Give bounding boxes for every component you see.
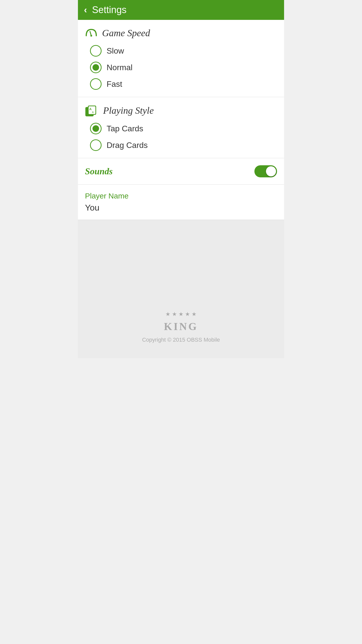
playing-style-title: Playing Style [103,105,154,116]
style-tap-label: Tap Cards [107,124,143,133]
game-speed-icon [85,27,98,39]
player-name-section: Player Name You [78,185,284,220]
speed-normal[interactable]: Normal [90,62,277,73]
footer-logo: ★★★★★ KING Copyright © 2015 OBSS Mobile [142,311,220,343]
playing-style-icon: A A [85,104,99,117]
game-speed-header: Game Speed [85,27,277,39]
speed-fast-radio[interactable] [90,78,102,90]
footer-copyright: Copyright © 2015 OBSS Mobile [142,337,220,343]
footer-area: ★★★★★ KING Copyright © 2015 OBSS Mobile [78,220,284,358]
page-title: Settings [92,5,126,15]
style-tap-radio[interactable] [90,123,102,134]
playing-style-header: A A Playing Style [85,104,277,117]
toggle-track [254,165,277,177]
speed-normal-label: Normal [107,63,132,72]
app-header: ‹ Settings [78,0,284,20]
player-name-label: Player Name [85,192,277,200]
speed-normal-radio[interactable] [90,62,102,73]
playing-style-options: Tap Cards Drag Cards [85,123,277,151]
game-speed-options: Slow Normal Fast [85,45,277,90]
footer-stars: ★★★★★ [165,311,197,317]
toggle-thumb [266,166,276,176]
speed-slow[interactable]: Slow [90,45,277,57]
playing-style-section: A A Playing Style Tap Cards Drag Cards [78,97,284,158]
sounds-label: Sounds [85,166,113,177]
sounds-toggle[interactable] [254,165,277,177]
style-tap[interactable]: Tap Cards [90,123,277,134]
player-name-value[interactable]: You [85,203,277,213]
style-drag[interactable]: Drag Cards [90,139,277,151]
speed-fast-label: Fast [107,79,122,89]
speed-fast[interactable]: Fast [90,78,277,90]
svg-point-0 [90,35,92,37]
game-speed-title: Game Speed [102,27,150,38]
game-speed-section: Game Speed Slow Normal Fast [78,20,284,97]
style-drag-label: Drag Cards [107,141,148,150]
style-drag-radio[interactable] [90,139,102,151]
svg-text:A: A [89,107,92,111]
footer-king-text: KING [164,320,198,333]
speed-slow-label: Slow [107,46,124,56]
svg-text:A: A [92,111,94,114]
back-button[interactable]: ‹ [84,6,87,15]
sounds-section: Sounds [78,158,284,185]
speed-slow-radio[interactable] [90,45,102,57]
